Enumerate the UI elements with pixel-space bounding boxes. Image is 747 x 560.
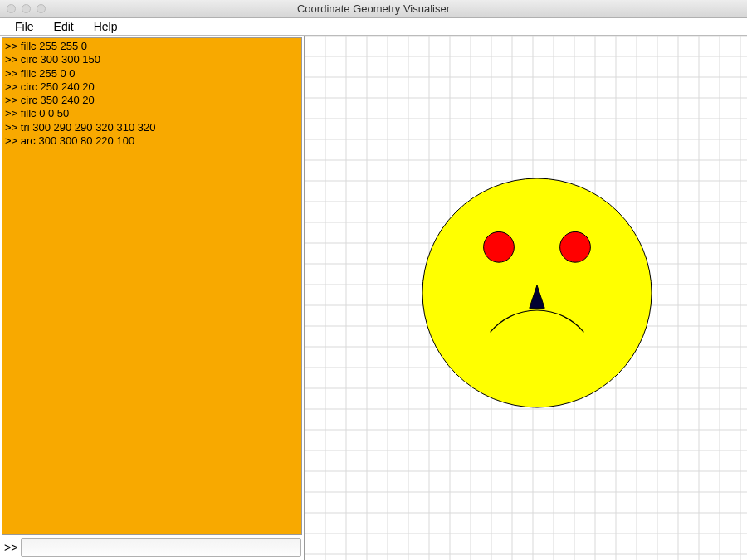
- command-input[interactable]: [21, 538, 301, 557]
- left-panel: >> fillc 255 255 0>> circ 300 300 150>> …: [0, 36, 305, 560]
- window-title: Coordinate Geometry Visualiser: [0, 2, 747, 15]
- drawing-canvas[interactable]: [305, 36, 747, 560]
- menu-help[interactable]: Help: [84, 18, 128, 35]
- shape-circle: [484, 231, 515, 262]
- history-line: >> arc 300 300 80 220 100: [5, 134, 299, 148]
- history-line: >> fillc 0 0 50: [5, 107, 299, 120]
- prompt-row: >>: [0, 535, 304, 560]
- traffic-lights: [0, 4, 46, 13]
- content: >> fillc 255 255 0>> circ 300 300 150>> …: [0, 36, 747, 560]
- shape-circle: [560, 231, 591, 262]
- history-line: >> tri 300 290 290 320 310 320: [5, 121, 299, 134]
- prompt-label: >>: [2, 541, 17, 554]
- minimize-icon[interactable]: [22, 4, 31, 13]
- close-icon[interactable]: [7, 4, 16, 13]
- menu-file[interactable]: File: [5, 18, 44, 35]
- history-line: >> fillc 255 255 0: [5, 40, 299, 53]
- menu-edit[interactable]: Edit: [44, 18, 84, 35]
- history-line: >> fillc 255 0 0: [5, 67, 299, 80]
- command-history: >> fillc 255 255 0>> circ 300 300 150>> …: [2, 37, 302, 535]
- history-line: >> circ 250 240 20: [5, 80, 299, 94]
- history-line: >> circ 350 240 20: [5, 94, 299, 107]
- zoom-icon[interactable]: [37, 4, 46, 13]
- menubar: File Edit Help: [0, 18, 747, 36]
- titlebar: Coordinate Geometry Visualiser: [0, 0, 747, 18]
- history-line: >> circ 300 300 150: [5, 53, 299, 66]
- canvas-panel: [305, 36, 747, 560]
